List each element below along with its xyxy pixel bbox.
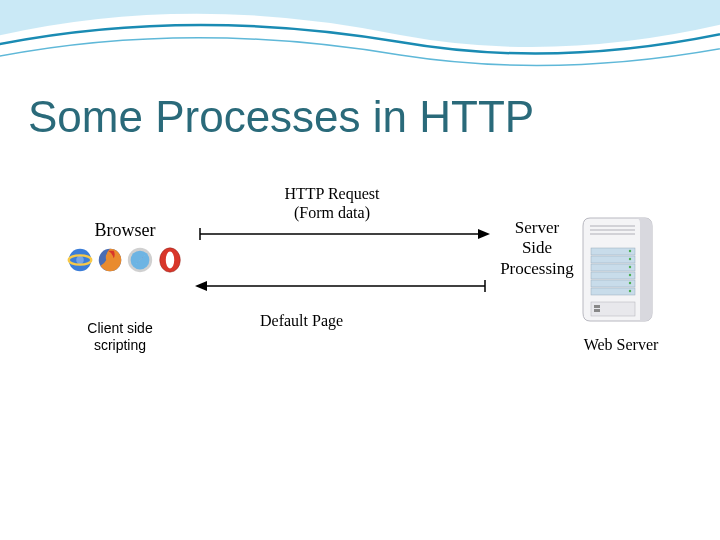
http-request-label: HTTP Request (Form data) — [252, 184, 412, 222]
svg-marker-11 — [478, 229, 490, 239]
svg-point-27 — [629, 274, 631, 276]
svg-rect-20 — [591, 264, 635, 271]
web-server-label: Web Server — [566, 336, 676, 354]
server-side-processing-label: Server Side Processing — [492, 218, 582, 279]
default-page-label: Default Page — [260, 312, 343, 330]
http-diagram: Browser Client side scripting HTTP Reque… — [60, 180, 670, 380]
firefox-icon — [95, 245, 125, 275]
client-side-line1: Client side scripting — [65, 320, 175, 354]
svg-point-25 — [629, 258, 631, 260]
svg-rect-32 — [594, 309, 600, 312]
svg-rect-22 — [591, 280, 635, 287]
slide-title: Some Processes in HTTP — [28, 92, 534, 142]
browser-group: Browser — [60, 220, 190, 275]
browser-icons-row — [60, 245, 190, 275]
client-side-scripting-label: Client side scripting — [65, 320, 175, 354]
internet-explorer-icon — [65, 245, 95, 275]
svg-rect-21 — [591, 272, 635, 279]
svg-point-29 — [629, 290, 631, 292]
http-request-line2: (Form data) — [252, 203, 412, 222]
wave-decoration — [0, 0, 720, 80]
svg-marker-14 — [195, 281, 207, 291]
svg-point-26 — [629, 266, 631, 268]
browser-label: Browser — [60, 220, 190, 241]
svg-rect-19 — [591, 256, 635, 263]
svg-rect-23 — [591, 288, 635, 295]
server-side-line2: Side — [492, 238, 582, 258]
http-request-line1: HTTP Request — [252, 184, 412, 203]
response-arrow-icon — [195, 280, 490, 292]
web-server-icon — [580, 208, 660, 332]
request-arrow-icon — [195, 228, 490, 240]
opera-icon — [155, 245, 185, 275]
svg-rect-31 — [594, 305, 600, 308]
svg-point-28 — [629, 282, 631, 284]
svg-point-7 — [166, 252, 174, 269]
server-side-line3: Processing — [492, 259, 582, 279]
svg-point-2 — [76, 256, 84, 264]
safari-icon — [125, 245, 155, 275]
svg-rect-18 — [591, 248, 635, 255]
svg-point-24 — [629, 250, 631, 252]
server-side-line1: Server — [492, 218, 582, 238]
